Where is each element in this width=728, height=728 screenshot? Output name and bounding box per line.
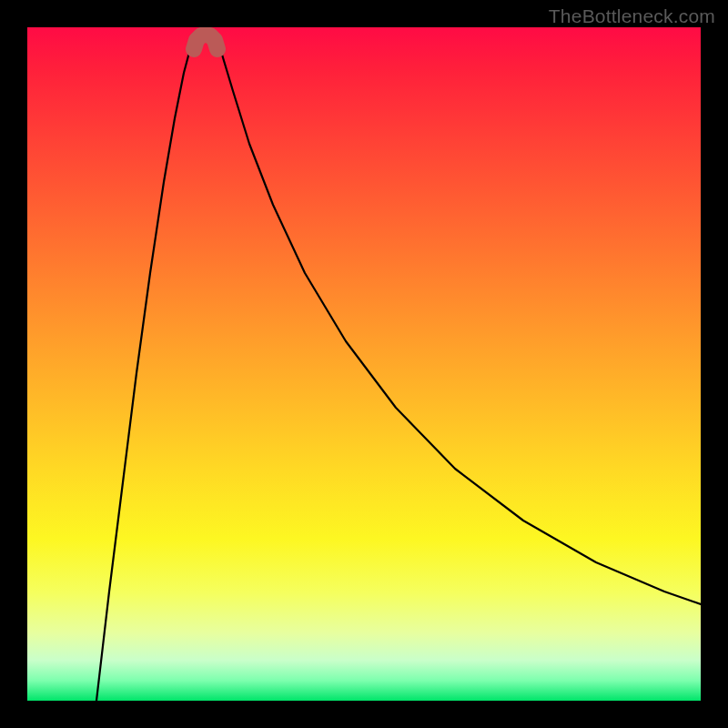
curve-right-branch bbox=[215, 32, 701, 604]
chart-svg bbox=[27, 27, 701, 701]
curve-left-branch bbox=[96, 32, 197, 701]
chart-plot-area bbox=[27, 27, 701, 701]
watermark-text: TheBottleneck.com bbox=[549, 5, 715, 27]
valley-marker bbox=[194, 35, 217, 49]
